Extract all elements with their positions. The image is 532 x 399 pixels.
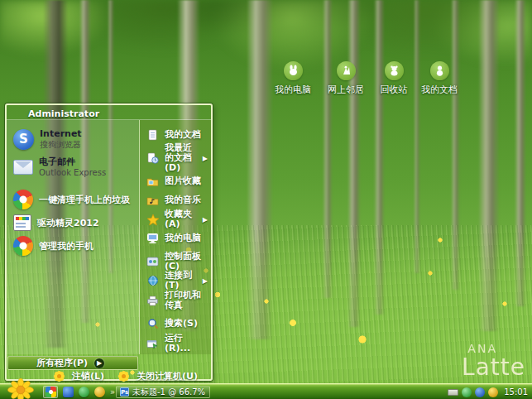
my-pictures-icon bbox=[146, 175, 160, 189]
tray-green-icon[interactable] bbox=[462, 387, 472, 397]
run-icon bbox=[146, 337, 160, 351]
menu-item-recent-documents[interactable]: 我最近的文档(D) ▶ bbox=[144, 146, 209, 171]
pinned-programs-panel: S Internet搜狗浏览器 电子邮件Outlook Express 一键清理… bbox=[7, 120, 139, 354]
taskbar-clock: 15:01 bbox=[504, 387, 528, 397]
connect-to-icon bbox=[146, 274, 160, 288]
pinned-item-driver-genius[interactable]: 驱动精灵2012 bbox=[12, 211, 136, 234]
desktop-icon-label: 回收站 bbox=[368, 84, 419, 96]
pinned-title: 驱动精灵2012 bbox=[37, 217, 99, 229]
search-icon bbox=[146, 317, 160, 331]
quick-launch-gold-app[interactable] bbox=[94, 387, 105, 397]
menu-item-printers-faxes[interactable]: 打印机和传真 bbox=[144, 292, 209, 309]
quick-launch-blue-app[interactable] bbox=[63, 387, 74, 397]
my-computer-icon bbox=[284, 61, 303, 80]
control-panel-icon bbox=[146, 255, 160, 269]
taskbar: » Ps 未标题-1 @ 66.7% ... 15:01 bbox=[0, 383, 532, 399]
pinwheel-icon bbox=[46, 387, 56, 397]
quick-launch-bar: » bbox=[43, 386, 115, 398]
user-name: Administrator bbox=[28, 108, 99, 119]
pinned-item-phone-cleaner[interactable]: 一键清理手机上的垃圾 bbox=[12, 188, 136, 211]
start-menu: Administrator S Internet搜狗浏览器 电子邮件Outloo… bbox=[5, 103, 213, 381]
my-documents-icon bbox=[146, 128, 160, 142]
system-tray: 15:01 bbox=[448, 384, 528, 399]
submenu-arrow-icon: ▶ bbox=[203, 155, 208, 162]
tray-yellow-icon[interactable] bbox=[488, 387, 498, 397]
sogou-browser-icon: S bbox=[13, 129, 34, 150]
start-flower-icon bbox=[7, 378, 35, 399]
menu-item-run[interactable]: 运行(R)... bbox=[144, 335, 209, 352]
phone-manager-icon bbox=[13, 236, 33, 256]
all-programs-button[interactable]: 所有程序(P) ▶ bbox=[7, 356, 138, 370]
printers-icon bbox=[146, 294, 160, 308]
desktop-icon-label: 我的文档 bbox=[414, 84, 465, 96]
language-indicator-icon[interactable] bbox=[448, 389, 458, 396]
pinned-subtitle: Outlook Express bbox=[39, 168, 106, 178]
pinned-subtitle: 搜狗浏览器 bbox=[40, 140, 82, 150]
flower-icon bbox=[57, 374, 61, 378]
menu-item-favorites[interactable]: 收藏夹(A) ▶ bbox=[144, 211, 209, 228]
quick-launch-sogou[interactable] bbox=[43, 386, 58, 398]
desktop-icon-network-places[interactable]: 网上邻居 bbox=[320, 61, 371, 96]
desktop-icon-label: 我的电脑 bbox=[267, 84, 319, 96]
driver-genius-icon bbox=[13, 214, 31, 231]
flower-icon bbox=[122, 374, 126, 378]
submenu-arrow-icon: ▶ bbox=[203, 277, 208, 285]
phone-cleaner-icon bbox=[13, 190, 33, 209]
shutdown-button[interactable]: 关闭计算机(U) bbox=[117, 370, 198, 382]
pinned-item-phone-manager[interactable]: 管理我的手机 bbox=[12, 234, 136, 257]
submenu-arrow-icon: ▶ bbox=[203, 216, 208, 224]
recycle-bin-icon bbox=[385, 61, 404, 80]
desktop-screen: 我的电脑 网上邻居 回收站 我的文档 ANA Latte Administrat… bbox=[0, 0, 532, 399]
start-menu-footer: 注销(L) 关闭计算机(U) bbox=[7, 370, 211, 382]
watermark-line2: Latte bbox=[462, 356, 525, 379]
my-documents-icon bbox=[430, 61, 449, 80]
pinned-item-internet[interactable]: S Internet搜狗浏览器 bbox=[12, 125, 136, 153]
desktop-icon-my-computer[interactable]: 我的电脑 bbox=[267, 61, 319, 96]
favorites-icon bbox=[146, 213, 160, 227]
menu-item-my-music[interactable]: 我的音乐 bbox=[144, 192, 209, 209]
my-music-icon bbox=[146, 194, 160, 208]
start-menu-body: S Internet搜狗浏览器 电子邮件Outlook Express 一键清理… bbox=[7, 120, 211, 354]
outlook-express-icon bbox=[13, 160, 33, 175]
wallpaper-watermark: ANA Latte bbox=[462, 343, 525, 379]
pinned-title: 一键清理手机上的垃圾 bbox=[39, 194, 130, 206]
all-programs-arrow-icon: ▶ bbox=[94, 358, 104, 368]
pinned-title: 电子邮件 bbox=[39, 157, 106, 168]
quick-launch-overflow-chevron[interactable]: » bbox=[110, 387, 115, 397]
places-panel: 我的文档 我最近的文档(D) ▶ 图片收藏 我的音乐 收藏夹(A) bbox=[139, 120, 211, 354]
pinned-item-email[interactable]: 电子邮件Outlook Express bbox=[12, 153, 136, 181]
quick-launch-green-app[interactable] bbox=[79, 387, 89, 397]
recent-documents-icon bbox=[146, 151, 160, 166]
start-menu-header: Administrator bbox=[7, 105, 211, 120]
desktop-icon-recycle-bin[interactable]: 回收站 bbox=[368, 61, 419, 96]
network-places-icon bbox=[337, 61, 356, 80]
menu-item-control-panel[interactable]: 控制面板(C) bbox=[144, 253, 209, 270]
pinned-title: Internet bbox=[40, 129, 82, 140]
log-off-button[interactable]: 注销(L) bbox=[53, 370, 104, 382]
menu-item-connect-to[interactable]: 连接到(T) ▶ bbox=[144, 272, 209, 289]
desktop-icon-my-documents[interactable]: 我的文档 bbox=[414, 61, 465, 96]
menu-item-my-pictures[interactable]: 图片收藏 bbox=[144, 173, 209, 190]
start-button[interactable] bbox=[7, 378, 35, 399]
menu-item-search[interactable]: 搜索(S) bbox=[144, 315, 209, 332]
desktop-icon-label: 网上邻居 bbox=[320, 84, 371, 96]
menu-item-my-documents[interactable]: 我的文档 bbox=[144, 127, 209, 143]
my-computer-icon bbox=[146, 232, 160, 246]
photoshop-icon: Ps bbox=[120, 387, 129, 397]
taskbar-task-photoshop[interactable]: Ps 未标题-1 @ 66.7% ... bbox=[116, 386, 210, 398]
watermark-line1: ANA bbox=[462, 343, 497, 354]
tray-blue-icon[interactable] bbox=[475, 387, 485, 397]
pinned-title: 管理我的手机 bbox=[39, 240, 93, 252]
menu-item-my-computer[interactable]: 我的电脑 bbox=[144, 230, 209, 247]
